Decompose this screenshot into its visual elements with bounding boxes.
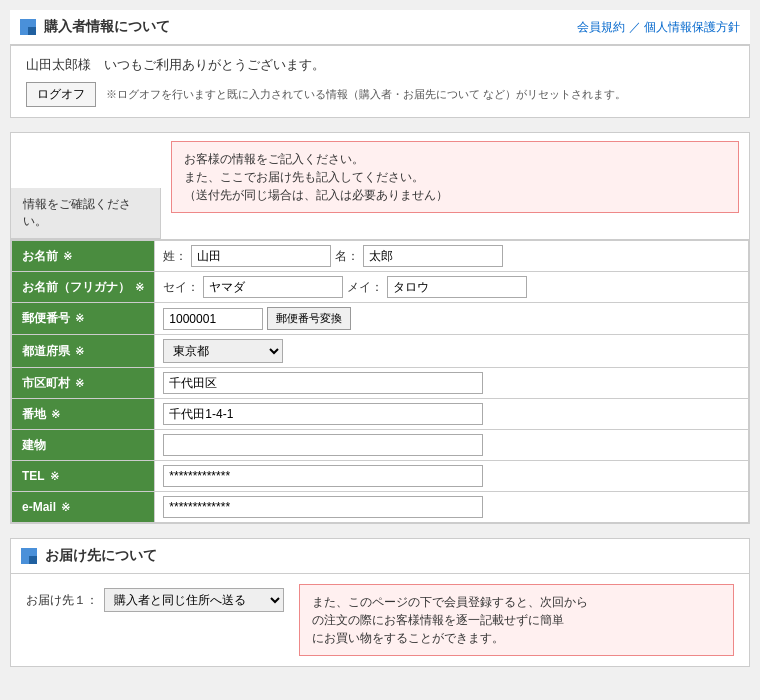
- user-info-card: 山田太郎様 いつもご利用ありがとうございます。 ログオフ ※ログオフを行いますと…: [10, 45, 750, 118]
- mei-label: 名：: [335, 248, 359, 265]
- table-row: 都道府県 ※ 東京都 北海道 神奈川県 大阪府 愛知県 福岡県 その他: [12, 335, 749, 368]
- table-row: TEL ※: [12, 461, 749, 492]
- logoff-button[interactable]: ログオフ: [26, 82, 96, 107]
- section1-title: 購入者情報について: [44, 18, 170, 36]
- tel-input[interactable]: [163, 465, 483, 487]
- field-input-name: 姓： 名：: [155, 241, 749, 272]
- table-row: 建物: [12, 430, 749, 461]
- user-greeting: 山田太郎様 いつもご利用ありがとうございます。: [26, 56, 734, 74]
- field-label-zip: 郵便番号 ※: [12, 303, 155, 335]
- table-row: e-Mail ※: [12, 492, 749, 523]
- form-tooltip: お客様の情報をご記入ください。 また、ここでお届け先も記入してください。 （送付…: [171, 141, 739, 213]
- section1-header: 購入者情報について 会員規約 ／ 個人情報保護方針: [10, 10, 750, 45]
- table-row: お名前 ※ 姓： 名：: [12, 241, 749, 272]
- field-label-building: 建物: [12, 430, 155, 461]
- pref-select[interactable]: 東京都 北海道 神奈川県 大阪府 愛知県 福岡県 その他: [163, 339, 283, 363]
- table-row: 番地 ※: [12, 399, 749, 430]
- building-input[interactable]: [163, 434, 483, 456]
- delivery-header: お届け先について: [11, 539, 749, 574]
- delivery-select-row: お届け先１： 購入者と同じ住所へ送る 別の住所へ送る: [26, 584, 284, 612]
- link-separator: ／: [629, 20, 641, 34]
- field-input-city: [155, 368, 749, 399]
- field-input-pref: 東京都 北海道 神奈川県 大阪府 愛知県 福岡県 その他: [155, 335, 749, 368]
- buyer-form-table: お名前 ※ 姓： 名： お名前（フリガナ） ※: [11, 240, 749, 523]
- zip-convert-button[interactable]: 郵便番号変換: [267, 307, 351, 330]
- field-input-email: [155, 492, 749, 523]
- address-input[interactable]: [163, 403, 483, 425]
- field-input-tel: [155, 461, 749, 492]
- form-left-header: 情報をご確認ください。: [11, 188, 161, 239]
- delivery-tooltip: また、このページの下で会員登録すると、次回から の注文の際にお客様情報を逐一記載…: [299, 584, 734, 656]
- mei-kana-label: メイ：: [347, 279, 383, 296]
- section2-title: お届け先について: [45, 547, 157, 565]
- field-label-city: 市区町村 ※: [12, 368, 155, 399]
- table-row: 郵便番号 ※ 郵便番号変換: [12, 303, 749, 335]
- city-input[interactable]: [163, 372, 483, 394]
- field-input-building: [155, 430, 749, 461]
- header-links: 会員規約 ／ 個人情報保護方針: [577, 19, 740, 36]
- delivery-body: お届け先１： 購入者と同じ住所へ送る 別の住所へ送る また、このページの下で会員…: [11, 574, 749, 666]
- delivery-select[interactable]: 購入者と同じ住所へ送る 別の住所へ送る: [104, 588, 284, 612]
- sei-label: 姓：: [163, 248, 187, 265]
- sei-kana-label: セイ：: [163, 279, 199, 296]
- delivery-section-card: お届け先について お届け先１： 購入者と同じ住所へ送る 別の住所へ送る また、こ…: [10, 538, 750, 667]
- mei-kana-input[interactable]: [387, 276, 527, 298]
- field-input-address: [155, 399, 749, 430]
- buyer-form-card: お客様の情報をご記入ください。 また、ここでお届け先も記入してください。 （送付…: [10, 132, 750, 524]
- field-label-name: お名前 ※: [12, 241, 155, 272]
- zip-input[interactable]: [163, 308, 263, 330]
- field-label-tel: TEL ※: [12, 461, 155, 492]
- blue-square-icon: [20, 19, 36, 35]
- table-row: お名前（フリガナ） ※ セイ： メイ：: [12, 272, 749, 303]
- sei-input[interactable]: [191, 245, 331, 267]
- sei-kana-input[interactable]: [203, 276, 343, 298]
- field-label-pref: 都道府県 ※: [12, 335, 155, 368]
- field-input-zip: 郵便番号変換: [155, 303, 749, 335]
- blue-square-icon-2: [21, 548, 37, 564]
- delivery-label: お届け先１：: [26, 592, 98, 609]
- logoff-note: ※ログオフを行いますと既に入力されている情報（購入者・お届先について など）がリ…: [106, 87, 626, 102]
- email-input[interactable]: [163, 496, 483, 518]
- field-label-kana: お名前（フリガナ） ※: [12, 272, 155, 303]
- privacy-link[interactable]: 個人情報保護方針: [644, 20, 740, 34]
- mei-input[interactable]: [363, 245, 503, 267]
- terms-link[interactable]: 会員規約: [577, 20, 625, 34]
- field-label-email: e-Mail ※: [12, 492, 155, 523]
- field-label-address: 番地 ※: [12, 399, 155, 430]
- field-input-kana: セイ： メイ：: [155, 272, 749, 303]
- table-row: 市区町村 ※: [12, 368, 749, 399]
